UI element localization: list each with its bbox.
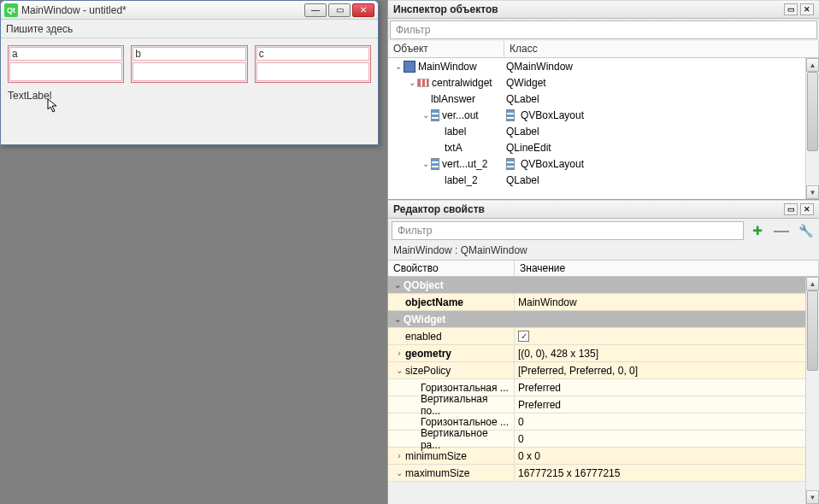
property-table-header: Свойство Значение bbox=[388, 260, 819, 277]
property-editor-header[interactable]: Редактор свойств ▭ ✕ bbox=[388, 200, 819, 219]
object-tree[interactable]: MainWindowQMainWindowcentralwidgetQWidge… bbox=[388, 58, 819, 199]
property-value[interactable]: Preferred bbox=[515, 379, 819, 396]
property-row[interactable]: sizePolicy[Preferred, Preferred, 0, 0] bbox=[388, 362, 819, 379]
remove-dynamic-prop-button[interactable]: — bbox=[771, 221, 792, 240]
property-row[interactable]: objectNameMainWindow bbox=[388, 294, 819, 311]
form-titlebar[interactable]: Qt MainWindow - untitled* ― ▭ ✕ bbox=[1, 1, 378, 20]
object-name: label_2 bbox=[445, 174, 478, 186]
expand-arrow-icon[interactable] bbox=[393, 468, 405, 478]
dock-close-button[interactable]: ✕ bbox=[800, 3, 814, 15]
designer-form-window: Qt MainWindow - untitled* ― ▭ ✕ Пишите з… bbox=[0, 0, 379, 145]
add-dynamic-prop-button[interactable]: + bbox=[747, 221, 768, 240]
scroll-thumb[interactable] bbox=[807, 72, 818, 151]
tree-row[interactable]: label_2QLabel bbox=[388, 172, 819, 188]
expand-arrow-icon[interactable] bbox=[393, 349, 405, 358]
tree-row[interactable]: labelQLabel bbox=[388, 123, 819, 139]
property-value[interactable]: Preferred bbox=[515, 396, 819, 413]
tree-row[interactable]: lblAnswerQLabel bbox=[388, 91, 819, 107]
plus-icon: + bbox=[752, 221, 763, 241]
property-row[interactable]: maximumSize16777215 x 16777215 bbox=[388, 465, 819, 482]
property-value[interactable]: MainWindow bbox=[515, 294, 819, 310]
expand-arrow-icon[interactable] bbox=[392, 314, 404, 324]
maximize-button[interactable]: ▭ bbox=[328, 3, 351, 17]
checkbox-icon[interactable]: ✓ bbox=[518, 331, 529, 342]
object-inspector-header[interactable]: Инспектор объектов ▭ ✕ bbox=[388, 0, 819, 19]
form-canvas[interactable]: a b c TextLabel bbox=[1, 38, 378, 144]
tree-row[interactable]: MainWindowQMainWindow bbox=[388, 58, 819, 74]
property-key: Горизонтальная ... bbox=[421, 382, 509, 394]
property-value[interactable]: [(0, 0), 428 x 135] bbox=[515, 345, 819, 361]
property-value[interactable]: [Preferred, Preferred, 0, 0] bbox=[515, 362, 819, 378]
lineedit-b[interactable] bbox=[133, 62, 245, 81]
class-name: QMainWindow bbox=[506, 61, 573, 73]
property-value[interactable]: 16777215 x 16777215 bbox=[515, 465, 819, 481]
class-name: QVBoxLayout bbox=[521, 158, 584, 170]
object-name: MainWindow bbox=[418, 61, 477, 73]
wrench-icon: 🔧 bbox=[798, 224, 813, 237]
property-group[interactable]: QObject bbox=[388, 277, 819, 294]
tree-row[interactable]: vert...ut_2QVBoxLayout bbox=[388, 155, 819, 172]
object-name: txtA bbox=[445, 142, 463, 154]
property-row[interactable]: enabled✓ bbox=[388, 328, 819, 345]
configure-button[interactable]: 🔧 bbox=[795, 221, 816, 240]
tree-row[interactable]: centralwidgetQWidget bbox=[388, 74, 819, 91]
expand-arrow-icon[interactable] bbox=[407, 78, 417, 87]
scroll-thumb[interactable] bbox=[807, 290, 818, 371]
property-value[interactable]: 0 bbox=[515, 413, 819, 430]
lineedit-a[interactable] bbox=[9, 62, 122, 81]
property-filter[interactable]: Фильтр bbox=[392, 221, 744, 240]
close-button[interactable]: ✕ bbox=[352, 3, 374, 17]
property-value[interactable]: 0 x 0 bbox=[515, 448, 819, 464]
property-group[interactable]: QWidget bbox=[388, 311, 819, 328]
dock-float-button[interactable]: ▭ bbox=[784, 203, 798, 215]
group-label: QWidget bbox=[404, 314, 445, 325]
scroll-up-icon[interactable]: ▲ bbox=[806, 277, 819, 290]
property-table[interactable]: QObjectobjectNameMainWindow QWidgetenabl… bbox=[388, 277, 819, 504]
label-b[interactable]: b bbox=[133, 47, 245, 61]
class-name: QLabel bbox=[506, 93, 539, 105]
scroll-down-icon[interactable]: ▼ bbox=[806, 185, 819, 199]
expand-arrow-icon[interactable] bbox=[392, 280, 404, 290]
object-inspector-filter[interactable]: Фильтр bbox=[390, 21, 817, 39]
col-property[interactable]: Свойство bbox=[388, 261, 515, 276]
tree-row[interactable]: ver...outQVBoxLayout bbox=[388, 107, 819, 123]
label-c[interactable]: c bbox=[256, 47, 369, 61]
vbox-b[interactable]: b bbox=[131, 45, 247, 83]
property-value[interactable]: 0 bbox=[515, 431, 819, 447]
expand-arrow-icon[interactable] bbox=[393, 366, 405, 375]
property-row[interactable]: Вертикальное ра...0 bbox=[388, 431, 819, 448]
scroll-up-icon[interactable]: ▲ bbox=[806, 58, 819, 72]
right-dock: Инспектор объектов ▭ ✕ Фильтр Объект Кла… bbox=[387, 0, 819, 504]
object-tree-scrollbar[interactable]: ▲ ▼ bbox=[805, 58, 819, 199]
object-name: label bbox=[445, 126, 466, 138]
col-class[interactable]: Класс bbox=[504, 41, 819, 57]
expand-arrow-icon[interactable] bbox=[393, 451, 405, 460]
qt-icon: Qt bbox=[4, 3, 18, 17]
col-object[interactable]: Объект bbox=[388, 41, 504, 57]
vbox-a[interactable]: a bbox=[8, 45, 124, 83]
property-scrollbar[interactable]: ▲ ▼ bbox=[805, 277, 819, 504]
vbox-c[interactable]: c bbox=[255, 45, 371, 83]
property-row[interactable]: minimumSize0 x 0 bbox=[388, 448, 819, 465]
scroll-down-icon[interactable]: ▼ bbox=[806, 490, 819, 504]
lineedit-c[interactable] bbox=[256, 62, 369, 81]
form-menubar-placeholder[interactable]: Пишите здесь bbox=[1, 20, 378, 38]
expand-arrow-icon[interactable] bbox=[421, 110, 431, 120]
property-key: Горизонтальное ... bbox=[421, 416, 509, 428]
property-row[interactable]: Вертикальная по...Preferred bbox=[388, 396, 819, 413]
expand-arrow-icon[interactable] bbox=[393, 62, 404, 71]
tree-row[interactable]: txtAQLineEdit bbox=[388, 139, 819, 155]
property-editor-title: Редактор свойств bbox=[393, 203, 485, 215]
label-a[interactable]: a bbox=[9, 47, 122, 61]
minus-icon: — bbox=[774, 222, 789, 240]
dock-float-button[interactable]: ▭ bbox=[784, 3, 798, 15]
dock-close-button[interactable]: ✕ bbox=[800, 203, 814, 215]
property-row[interactable]: geometry[(0, 0), 428 x 135] bbox=[388, 345, 819, 362]
col-value[interactable]: Значение bbox=[515, 261, 819, 276]
object-name: lblAnswer bbox=[431, 93, 475, 105]
minimize-button[interactable]: ― bbox=[304, 3, 327, 17]
expand-arrow-icon[interactable] bbox=[421, 159, 431, 168]
property-value[interactable]: ✓ bbox=[515, 328, 819, 344]
vlayout-icon bbox=[506, 109, 515, 121]
lblanswer-widget[interactable]: TextLabel bbox=[8, 90, 371, 102]
